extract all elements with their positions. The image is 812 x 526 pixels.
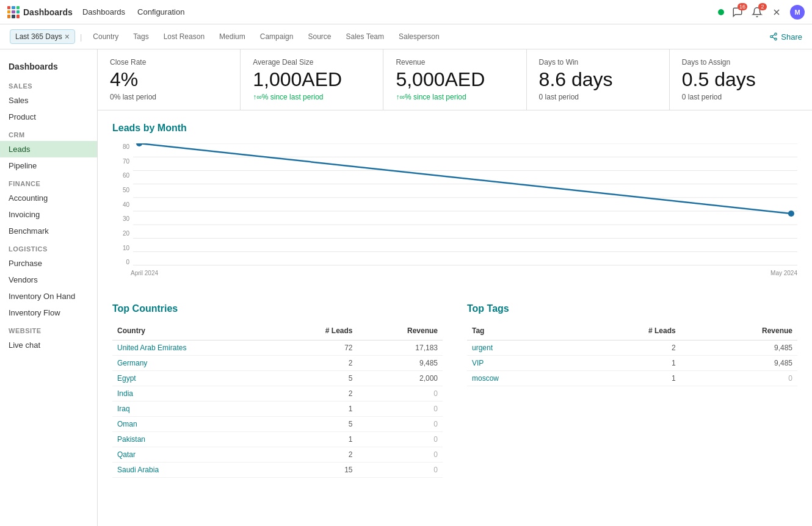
kpi-days-to-assign-sub: 0 last period (682, 93, 800, 101)
sidebar-item-invoicing[interactable]: Invoicing (0, 206, 97, 223)
sidebar-item-vendors[interactable]: Vendors (0, 272, 97, 288)
svg-point-3 (770, 35, 773, 38)
y-label-50: 50 (112, 187, 129, 193)
top-countries-section: Top Countries Country # Leads Revenue Un… (112, 303, 443, 478)
filter-divider: | (80, 32, 82, 41)
country-name[interactable]: United Arab Emirates (112, 340, 279, 356)
sidebar-item-product[interactable]: Product (0, 109, 97, 125)
kpi-avg-deal-sub: ↑∞% since last period (253, 93, 371, 101)
table-row: Qatar 2 0 (112, 447, 443, 463)
sidebar-item-accounting[interactable]: Accounting (0, 190, 97, 206)
x-axis-labels: April 2024 May 2024 (112, 267, 797, 276)
share-label: Share (781, 32, 802, 41)
sidebar-item-benchmark[interactable]: Benchmark (0, 223, 97, 239)
tag-name[interactable]: urgent (467, 340, 573, 356)
kpi-days-to-win-label: Days to Win (539, 58, 657, 67)
tag-revenue: 9,485 (681, 340, 797, 356)
country-leads: 1 (279, 402, 357, 417)
y-label-0: 0 (112, 259, 129, 265)
kpi-revenue: Revenue 5,000AED ↑∞% since last period (383, 49, 526, 110)
tag-leads: 2 (573, 340, 681, 356)
sidebar-section-crm: CRM (0, 125, 97, 141)
col-tag-header: Tag (467, 324, 573, 340)
country-revenue: 9,485 (358, 356, 443, 371)
messages-icon[interactable]: 16 (731, 6, 744, 18)
filter-medium[interactable]: Medium (213, 31, 252, 43)
filter-country[interactable]: Country (87, 31, 125, 43)
col-tag-leads-header: # Leads (573, 324, 681, 340)
col-country-header: Country (112, 324, 279, 340)
sidebar-item-inventory-on-hand[interactable]: Inventory On Hand (0, 288, 97, 304)
close-icon[interactable] (770, 6, 783, 18)
sidebar-item-inventory-flow[interactable]: Inventory Flow (0, 304, 97, 321)
sidebar-item-purchase[interactable]: Purchase (0, 255, 97, 272)
tag-name[interactable]: VIP (467, 356, 573, 371)
country-name[interactable]: Iraq (112, 402, 279, 417)
app-title: Dashboards (23, 7, 73, 17)
y-label-70: 70 (112, 158, 129, 165)
top-countries-table: Country # Leads Revenue United Arab Emir… (112, 324, 443, 478)
y-axis: 80 70 60 50 40 30 20 10 0 (112, 143, 129, 265)
kpi-days-to-win: Days to Win 8.6 days 0 last period (527, 49, 670, 110)
col-leads-header: # Leads (279, 324, 357, 340)
filter-lost-reason[interactable]: Lost Reason (158, 31, 211, 43)
kpi-days-to-assign: Days to Assign 0.5 days 0 last period (670, 49, 812, 110)
active-filter-chip[interactable]: Last 365 Days × (10, 29, 75, 44)
country-name[interactable]: Saudi Arabia (112, 463, 279, 478)
country-name[interactable]: Oman (112, 417, 279, 432)
filter-source[interactable]: Source (302, 31, 337, 43)
country-leads: 72 (279, 340, 357, 356)
country-name[interactable]: Egypt (112, 371, 279, 386)
y-label-10: 10 (112, 245, 129, 251)
country-leads: 2 (279, 447, 357, 463)
country-revenue: 0 (358, 402, 443, 417)
country-revenue: 2,000 (358, 371, 443, 386)
country-name[interactable]: Pakistan (112, 432, 279, 447)
kpi-days-to-win-sub: 0 last period (539, 93, 657, 101)
sidebar-item-leads[interactable]: Leads (0, 141, 97, 157)
table-row: United Arab Emirates 72 17,183 (112, 340, 443, 356)
sidebar-item-live-chat[interactable]: Live chat (0, 337, 97, 353)
table-row: urgent 2 9,485 (467, 340, 797, 356)
nav-configuration[interactable]: Configuration (137, 7, 184, 16)
avatar[interactable]: M (790, 5, 805, 20)
alerts-icon[interactable]: 2 (751, 6, 763, 18)
x-label-may: May 2024 (770, 270, 797, 276)
svg-point-4 (775, 38, 777, 40)
country-revenue: 0 (358, 417, 443, 432)
sidebar-section-finance: FINANCE (0, 174, 97, 190)
table-row: Saudi Arabia 15 0 (112, 463, 443, 478)
sidebar-section-website: WEBSITE (0, 321, 97, 337)
country-name[interactable]: Germany (112, 356, 279, 371)
country-leads: 1 (279, 432, 357, 447)
filter-chip-remove[interactable]: × (65, 32, 70, 41)
country-name[interactable]: India (112, 386, 279, 402)
nav-dashboards[interactable]: Dashboards (82, 7, 125, 16)
tag-revenue: 0 (681, 371, 797, 386)
svg-line-6 (772, 35, 775, 36)
y-label-80: 80 (112, 143, 129, 150)
app-logo[interactable]: Dashboards (7, 6, 73, 18)
filter-sales-team[interactable]: Sales Team (340, 31, 390, 43)
tag-name[interactable]: moscow (467, 371, 573, 386)
country-name[interactable]: Qatar (112, 447, 279, 463)
filter-salesperson[interactable]: Salesperson (393, 31, 446, 43)
filter-tags[interactable]: Tags (127, 31, 154, 43)
svg-line-5 (772, 37, 775, 38)
table-row: VIP 1 9,485 (467, 356, 797, 371)
country-leads: 5 (279, 417, 357, 432)
sidebar-item-sales[interactable]: Sales (0, 92, 97, 109)
top-nav-right: 16 2 M (718, 5, 805, 20)
kpi-close-rate-value: 4% (110, 69, 228, 90)
sidebar-title: Dashboards (0, 57, 97, 76)
country-revenue: 0 (358, 432, 443, 447)
filter-campaign[interactable]: Campaign (254, 31, 300, 43)
main-layout: Dashboards SALES Sales Product CRM Leads… (0, 49, 812, 526)
sidebar-item-pipeline[interactable]: Pipeline (0, 157, 97, 174)
country-leads: 2 (279, 356, 357, 371)
top-tags-title: Top Tags (467, 303, 797, 314)
kpi-avg-deal-label: Average Deal Size (253, 58, 371, 67)
share-button[interactable]: Share (769, 32, 802, 41)
leads-chart-svg (133, 143, 797, 265)
kpi-close-rate-sub: 0% last period (110, 93, 228, 101)
